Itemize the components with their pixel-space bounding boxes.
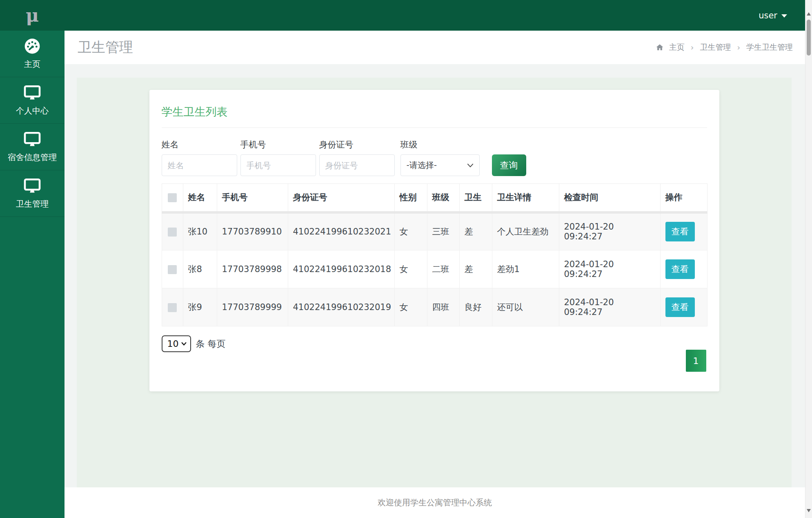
- breadcrumb-separator-icon: [691, 43, 694, 52]
- cell-name: 张8: [183, 250, 217, 288]
- cell-class: 二班: [427, 250, 459, 288]
- breadcrumb-item-hygiene[interactable]: 卫生管理: [700, 42, 731, 53]
- chevron-down-icon: [467, 163, 474, 167]
- page-header: 卫生管理 主页 卫生管理 学生卫生管理: [65, 31, 805, 64]
- filter-class: 班级 -请选择-: [400, 139, 480, 176]
- sidebar-item-hygiene[interactable]: 卫生管理: [0, 170, 65, 217]
- sidebar: μ 主页 个人中心: [0, 0, 65, 518]
- student-hygiene-card: 学生卫生列表 姓名 手机号 身份证号 班级: [149, 90, 719, 391]
- sidebar-item-label: 卫生管理: [16, 199, 49, 210]
- class-filter-label: 班级: [400, 139, 480, 150]
- scroll-up-arrow-icon[interactable]: [807, 12, 811, 16]
- column-header-actions: 操作: [660, 184, 707, 212]
- column-header-phone: 手机号: [217, 184, 288, 212]
- column-header-hygiene-detail: 卫生详情: [492, 184, 559, 212]
- row-checkbox[interactable]: [168, 303, 177, 312]
- page-title: 卫生管理: [78, 38, 133, 57]
- cell-hygiene: 差: [459, 250, 492, 288]
- user-menu[interactable]: user: [759, 0, 787, 31]
- dashboard-icon: [23, 37, 42, 56]
- sidebar-item-dorm-info[interactable]: 宿舍信息管理: [0, 124, 65, 170]
- row-checkbox[interactable]: [168, 228, 177, 237]
- sidebar-item-home[interactable]: 主页: [0, 31, 65, 77]
- table-row: 张10 17703789910 410224199610232021 女 三班 …: [162, 212, 707, 250]
- user-menu-label: user: [759, 11, 777, 20]
- page-size-control: 10 条 每页: [162, 335, 707, 352]
- class-select-value: -请选择-: [407, 160, 437, 171]
- cell-id-number: 410224199610232018: [288, 250, 394, 288]
- cell-gender: 女: [394, 288, 427, 326]
- sidebar-item-personal-center[interactable]: 个人中心: [0, 77, 65, 124]
- scrollbar[interactable]: [805, 0, 812, 518]
- monitor-icon: [23, 83, 42, 102]
- column-header-name: 姓名: [183, 184, 217, 212]
- footer-text: 欢迎使用学生公寓管理中心系统: [378, 497, 492, 508]
- cell-hygiene-detail: 差劲1: [492, 250, 559, 288]
- column-header-class: 班级: [427, 184, 459, 212]
- table-row: 张9 17703789999 410224199610232019 女 四班 良…: [162, 288, 707, 326]
- name-filter-label: 姓名: [162, 139, 237, 150]
- divider: [162, 127, 707, 128]
- column-header-check-time: 检查时间: [559, 184, 660, 212]
- filter-bar: 姓名 手机号 身份证号 班级 -请选择-: [162, 139, 707, 176]
- card-title: 学生卫生列表: [162, 105, 707, 119]
- cell-hygiene-detail: 个人卫生差劲: [492, 212, 559, 250]
- page-size-label: 条 每页: [196, 338, 226, 350]
- id-number-filter-input[interactable]: [319, 154, 395, 176]
- student-hygiene-table: 姓名 手机号 身份证号 性别 班级 卫生 卫生详情 检查时间 操作 张10: [162, 183, 707, 326]
- phone-filter-input[interactable]: [240, 154, 316, 176]
- class-select[interactable]: -请选择-: [400, 154, 480, 176]
- column-header-id-number: 身份证号: [288, 184, 394, 212]
- view-button[interactable]: 查看: [665, 297, 695, 317]
- app-logo-letter: μ: [26, 5, 39, 26]
- search-button[interactable]: 查询: [492, 154, 526, 176]
- scrollbar-thumb[interactable]: [807, 20, 811, 56]
- monitor-icon: [23, 130, 42, 149]
- breadcrumb-item-student-hygiene[interactable]: 学生卫生管理: [746, 42, 793, 53]
- cell-phone: 17703789998: [217, 250, 288, 288]
- filter-id-number: 身份证号: [319, 139, 395, 176]
- cell-name: 张9: [183, 288, 217, 326]
- cell-id-number: 410224199610232019: [288, 288, 394, 326]
- cell-gender: 女: [394, 212, 427, 250]
- cell-check-time: 2024-01-20 09:24:27: [559, 288, 660, 326]
- column-header-hygiene: 卫生: [459, 184, 492, 212]
- top-navbar: user: [65, 0, 805, 31]
- cell-phone: 17703789910: [217, 212, 288, 250]
- filter-name: 姓名: [162, 139, 237, 176]
- name-filter-input[interactable]: [162, 154, 237, 176]
- app-logo: μ: [0, 0, 65, 31]
- row-checkbox[interactable]: [168, 265, 177, 274]
- footer: 欢迎使用学生公寓管理中心系统: [65, 487, 805, 518]
- breadcrumb: 主页 卫生管理 学生卫生管理: [656, 42, 793, 53]
- page-size-value: 10: [167, 339, 179, 349]
- column-header-gender: 性别: [394, 184, 427, 212]
- phone-filter-label: 手机号: [240, 139, 316, 150]
- monitor-icon: [23, 176, 42, 195]
- chevron-down-icon: [781, 14, 787, 18]
- cell-class: 三班: [427, 212, 459, 250]
- breadcrumb-item-home[interactable]: 主页: [669, 42, 685, 53]
- sidebar-item-label: 主页: [24, 59, 40, 70]
- sidebar-item-label: 个人中心: [16, 105, 49, 116]
- cell-gender: 女: [394, 250, 427, 288]
- view-button[interactable]: 查看: [665, 259, 695, 279]
- cell-phone: 17703789999: [217, 288, 288, 326]
- chevron-down-icon: [181, 342, 187, 346]
- cell-id-number: 410224199610232021: [288, 212, 394, 250]
- filter-phone: 手机号: [240, 139, 316, 176]
- view-button[interactable]: 查看: [665, 222, 695, 241]
- cell-hygiene: 良好: [459, 288, 492, 326]
- table-row: 张8 17703789998 410224199610232018 女 二班 差…: [162, 250, 707, 288]
- page-size-select[interactable]: 10: [162, 335, 191, 352]
- select-all-checkbox[interactable]: [168, 193, 177, 202]
- breadcrumb-separator-icon: [737, 43, 740, 52]
- sidebar-item-label: 宿舍信息管理: [8, 152, 57, 163]
- cell-name: 张10: [183, 212, 217, 250]
- scroll-down-arrow-icon[interactable]: [807, 509, 811, 512]
- cell-check-time: 2024-01-20 09:24:27: [559, 212, 660, 250]
- cell-class: 四班: [427, 288, 459, 326]
- cell-hygiene-detail: 还可以: [492, 288, 559, 326]
- content-inner-panel: 学生卫生列表 姓名 手机号 身份证号 班级: [77, 78, 792, 487]
- page-1-button[interactable]: 1: [686, 350, 706, 372]
